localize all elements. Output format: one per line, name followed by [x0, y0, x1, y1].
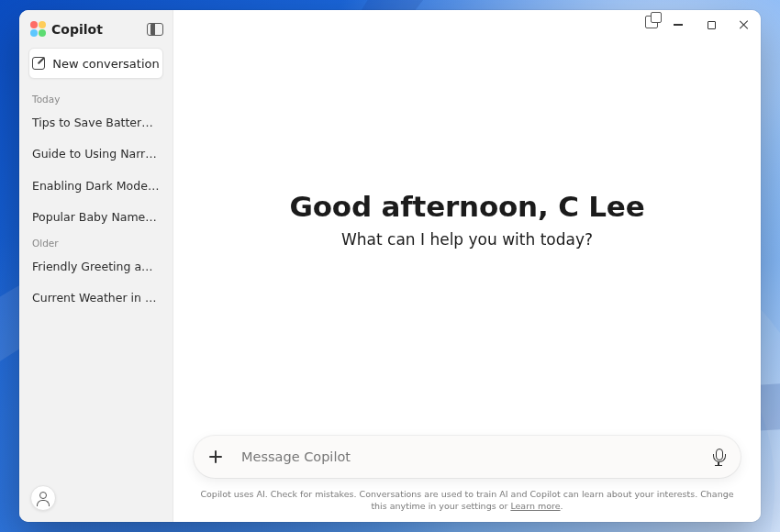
- history-item[interactable]: Friendly Greeting and Cha…: [19, 252, 173, 282]
- message-composer: [194, 436, 741, 478]
- new-conversation-label: New conversation: [52, 57, 160, 71]
- learn-more-link[interactable]: Learn more: [510, 501, 560, 511]
- disclaimer-body: Copilot uses AI. Check for mistakes. Con…: [200, 489, 733, 511]
- window-minimize-button[interactable]: [662, 12, 695, 38]
- sidebar-header: Copilot: [19, 10, 173, 44]
- history-item[interactable]: Tips to Save Battery on De…: [19, 108, 173, 138]
- history-item[interactable]: Popular Baby Names in 20…: [19, 203, 173, 232]
- history-item[interactable]: Guide to Using Narrator in…: [19, 139, 173, 169]
- microphone-icon: [713, 449, 724, 465]
- close-icon: [739, 19, 750, 30]
- window-close-button[interactable]: [728, 12, 761, 38]
- compose-icon: [32, 57, 45, 70]
- toggle-sidebar-icon[interactable]: [147, 23, 163, 36]
- new-conversation-button[interactable]: New conversation: [28, 48, 163, 79]
- popout-icon[interactable]: [645, 16, 658, 28]
- microphone-button[interactable]: [702, 440, 735, 473]
- desktop-wallpaper: Copilot New conversation Today Tips to S…: [0, 0, 780, 532]
- history-item[interactable]: Current Weather in Oahu: [19, 283, 173, 313]
- window-maximize-button[interactable]: [695, 12, 728, 38]
- history-item[interactable]: Enabling Dark Mode on W…: [19, 172, 173, 201]
- app-window: Copilot New conversation Today Tips to S…: [19, 10, 761, 522]
- composer-area: [173, 436, 761, 483]
- account-button[interactable]: [30, 485, 56, 511]
- main-pane: Good afternoon, C Lee What can I help yo…: [173, 10, 761, 522]
- greeting-title: Good afternoon, C Lee: [289, 190, 644, 223]
- copilot-logo-icon: [30, 21, 46, 37]
- greeting-subtitle: What can I help you with today?: [341, 230, 593, 249]
- history-section-older: Older: [19, 232, 173, 252]
- app-brand: Copilot: [30, 21, 103, 37]
- greeting-area: Good afternoon, C Lee What can I help yo…: [173, 39, 761, 436]
- minimize-icon: [674, 24, 683, 25]
- app-name: Copilot: [51, 22, 103, 37]
- person-icon: [37, 492, 50, 504]
- window-titlebar: [173, 10, 761, 39]
- maximize-icon: [708, 21, 716, 29]
- attach-button[interactable]: [199, 440, 232, 473]
- message-input[interactable]: [232, 449, 702, 464]
- history-section-today: Today: [19, 88, 173, 108]
- plus-icon: [208, 449, 223, 464]
- disclaimer-text: Copilot uses AI. Check for mistakes. Con…: [173, 483, 761, 522]
- sidebar: Copilot New conversation Today Tips to S…: [19, 10, 173, 522]
